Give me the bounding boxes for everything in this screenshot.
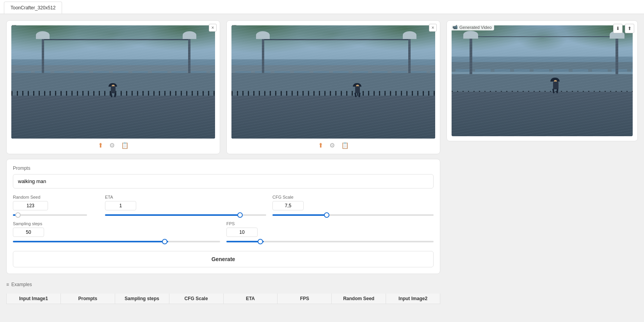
sampling-steps-input[interactable] bbox=[13, 228, 44, 237]
prompt-input[interactable] bbox=[13, 174, 434, 189]
eta-group: ETA bbox=[105, 195, 266, 217]
settings-icon-1[interactable]: ⚙ bbox=[109, 142, 115, 149]
eta-input[interactable] bbox=[105, 201, 136, 210]
input-image1-actions: ⬆ ⚙ 📋 bbox=[11, 142, 215, 149]
fps-input[interactable] bbox=[226, 228, 258, 237]
clipboard-icon-2[interactable]: 📋 bbox=[341, 142, 349, 149]
random-seed-input-row bbox=[13, 201, 99, 210]
param-row-2: Sampling steps FPS bbox=[13, 221, 434, 243]
examples-col-fps: FPS bbox=[278, 294, 332, 304]
eta-input-row bbox=[105, 201, 266, 210]
upload-icon-2[interactable]: ⬆ bbox=[318, 142, 323, 149]
close-input2-button[interactable]: × bbox=[429, 24, 437, 32]
fps-label: FPS bbox=[226, 221, 434, 226]
clipboard-icon-1[interactable]: 📋 bbox=[121, 142, 129, 149]
fps-group: FPS bbox=[226, 221, 434, 243]
eta-label: ETA bbox=[105, 195, 266, 199]
random-seed-label: Random Seed bbox=[13, 195, 99, 199]
generate-button[interactable]: Generate bbox=[13, 251, 434, 267]
input-image1-card: 🖼 Input Image1 × bbox=[6, 20, 220, 154]
random-seed-group: Random Seed bbox=[13, 195, 99, 217]
upload-icon-1[interactable]: ⬆ bbox=[98, 142, 103, 149]
cfg-scale-input[interactable] bbox=[272, 201, 304, 210]
video-icon: 📹 bbox=[452, 25, 458, 30]
fps-input-row bbox=[226, 228, 434, 237]
input-image2-preview bbox=[231, 25, 435, 139]
download-video-button[interactable]: ⬇ bbox=[613, 24, 623, 33]
controls-card: Prompts Random Seed bbox=[6, 159, 440, 274]
examples-col-input2: Input Image2 bbox=[386, 294, 440, 304]
prompts-label: Prompts bbox=[13, 165, 434, 171]
video-actions: ⬇ ⬆ bbox=[613, 24, 634, 33]
main-content: 🖼 Input Image1 × bbox=[0, 14, 644, 310]
examples-label: Examples bbox=[11, 282, 32, 287]
examples-col-input1: Input Image1 bbox=[7, 294, 61, 304]
right-panel: 📹 Generated Video ⬇ ⬆ bbox=[447, 20, 638, 304]
input-image2-actions: ⬆ ⚙ 📋 bbox=[231, 142, 435, 149]
cfg-scale-label: CFG Scale bbox=[272, 195, 434, 199]
cfg-scale-input-row bbox=[272, 201, 434, 210]
generated-video-label: 📹 Generated Video bbox=[450, 24, 494, 30]
tab-bar: ToonCrafter_320x512 bbox=[0, 0, 644, 14]
share-video-button[interactable]: ⬆ bbox=[625, 24, 634, 33]
examples-col-cfg: CFG Scale bbox=[169, 294, 224, 304]
random-seed-slider[interactable] bbox=[13, 214, 87, 217]
cfg-scale-group: CFG Scale bbox=[272, 195, 434, 217]
list-icon: ≡ bbox=[6, 282, 9, 287]
examples-table-header: Input Image1 Prompts Sampling steps CFG … bbox=[6, 294, 440, 304]
param-row-1: Random Seed ETA bbox=[13, 195, 434, 217]
sampling-steps-input-row bbox=[13, 228, 220, 237]
close-input1-button[interactable]: × bbox=[209, 24, 217, 32]
examples-section: ≡ Examples bbox=[6, 282, 440, 287]
examples-col-steps: Sampling steps bbox=[115, 294, 169, 304]
settings-icon-2[interactable]: ⚙ bbox=[329, 142, 335, 149]
tab-tooncrafter[interactable]: ToonCrafter_320x512 bbox=[4, 2, 62, 14]
sampling-steps-slider[interactable] bbox=[13, 241, 220, 243]
fps-slider[interactable] bbox=[226, 241, 434, 243]
generated-video-preview bbox=[452, 25, 633, 136]
examples-col-prompts: Prompts bbox=[61, 294, 115, 304]
input-image1-preview bbox=[11, 25, 215, 139]
input-images-row: 🖼 Input Image1 × bbox=[6, 20, 440, 154]
generated-video-card: 📹 Generated Video ⬇ ⬆ bbox=[447, 20, 638, 141]
examples-col-seed: Random Seed bbox=[332, 294, 386, 304]
random-seed-input[interactable] bbox=[13, 201, 48, 210]
left-panel: 🖼 Input Image1 × bbox=[6, 20, 440, 304]
input-image2-card: 🖼 Input Image2 × bbox=[226, 20, 440, 154]
examples-col-eta: ETA bbox=[224, 294, 278, 304]
sampling-steps-group: Sampling steps bbox=[13, 221, 220, 243]
eta-slider[interactable] bbox=[105, 214, 266, 217]
cfg-scale-slider[interactable] bbox=[272, 214, 434, 217]
sampling-steps-label: Sampling steps bbox=[13, 221, 220, 226]
